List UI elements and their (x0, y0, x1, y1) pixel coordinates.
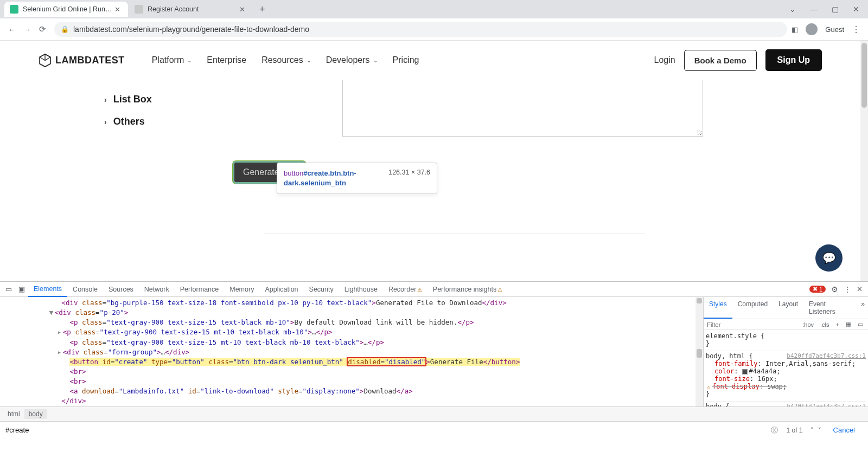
tab-title: Selenium Grid Online | Run Selen (23, 5, 112, 13)
tab-styles[interactable]: Styles (704, 297, 732, 319)
close-window-icon[interactable]: ✕ (853, 5, 859, 14)
tab-console[interactable]: Console (67, 282, 103, 296)
hov-toggle[interactable]: :hov (801, 321, 815, 328)
devtools-search-bar: ⓧ 1 of 1 ˄ ˅ Cancel (0, 421, 868, 438)
highlighted-attribute: disabled="disabled" (347, 358, 426, 366)
new-rule-icon[interactable]: + (834, 321, 841, 328)
device-toggle-icon[interactable]: ▣ (15, 285, 28, 293)
tab-lighthouse[interactable]: Lighthouse (339, 282, 383, 296)
css-source-link[interactable]: b420ffd7aef4c3b7.css:1 (787, 352, 866, 359)
resize-handle-icon[interactable] (697, 131, 701, 135)
signup-button[interactable]: Sign Up (765, 49, 822, 71)
chevron-right-icon: › (104, 95, 107, 104)
address-bar: ← → ⟳ 🔒 lambdatest.com/selenium-playgrou… (0, 18, 868, 41)
menu-icon[interactable]: ⋮ (852, 24, 860, 35)
tab-application[interactable]: Application (259, 282, 303, 296)
chat-icon: 💬 (822, 251, 836, 264)
page-scrollbar[interactable] (860, 41, 868, 281)
search-prev-icon[interactable]: ˄ (808, 427, 816, 434)
crumb-body[interactable]: body (24, 409, 47, 419)
more-menu-icon[interactable]: ⋮ (844, 285, 851, 294)
tooltip-tagname: button (284, 169, 303, 177)
tab-performance[interactable]: Performance (175, 282, 225, 296)
search-next-icon[interactable]: ˅ (816, 427, 824, 434)
color-swatch-icon[interactable] (742, 369, 748, 374)
inspect-element-icon[interactable]: ▭ (2, 285, 15, 293)
textarea-input[interactable] (342, 80, 703, 137)
element-inspect-tooltip: button#create.btn.btn-dark.selenium_btn … (277, 163, 437, 194)
nav-platform[interactable]: Platform⌄ (152, 55, 192, 65)
cls-toggle[interactable]: .cls (819, 321, 831, 328)
url-input[interactable]: 🔒 lambdatest.com/selenium-playground/gen… (54, 22, 787, 37)
tab-perf-insights[interactable]: Performance insights ⚠ (427, 282, 508, 296)
profile-label: Guest (825, 25, 844, 34)
tabs-overflow-icon[interactable]: » (858, 297, 868, 319)
tab-sources[interactable]: Sources (103, 282, 139, 296)
tabs-dropdown-icon[interactable]: ⌄ (789, 5, 796, 14)
styles-tabs: Styles Computed Layout Event Listeners » (704, 297, 868, 319)
nav-developers[interactable]: Developers⌄ (326, 55, 378, 65)
book-demo-button[interactable]: Book a Demo (684, 50, 757, 71)
minimize-icon[interactable]: — (810, 5, 818, 14)
sidebar-item-others[interactable]: › Others (39, 111, 224, 133)
logo-icon (39, 54, 51, 67)
styles-filter-bar: :hov .cls + ▦ ▭ (704, 319, 868, 330)
tab-close-icon[interactable]: ✕ (112, 5, 123, 14)
nav-pricing[interactable]: Pricing (393, 55, 419, 65)
rendering-icon[interactable]: ▭ (856, 321, 865, 328)
devtools-tabs: ▭ ▣ Elements Console Sources Network Per… (0, 282, 868, 297)
tab-layout[interactable]: Layout (773, 297, 803, 319)
tab-security[interactable]: Security (304, 282, 339, 296)
chevron-down-icon: ⌄ (187, 57, 192, 63)
side-panel-icon[interactable]: ◧ (792, 25, 798, 34)
devtools-search-input[interactable] (3, 424, 768, 436)
tab-event-listeners[interactable]: Event Listeners (803, 297, 858, 319)
browser-tab[interactable]: Register Account ✕ (129, 2, 253, 17)
dom-scrollbar[interactable] (695, 297, 703, 406)
toolbar-right: ◧ Guest ⋮ (792, 23, 864, 35)
browser-tab-active[interactable]: Selenium Grid Online | Run Selen ✕ (4, 2, 128, 17)
reload-button[interactable]: ⟳ (35, 24, 50, 34)
styles-filter-input[interactable] (707, 321, 797, 328)
nav-resources[interactable]: Resources⌄ (261, 55, 310, 65)
error-count-badge[interactable]: ✖ 1 (809, 286, 826, 293)
maximize-icon[interactable]: ▢ (832, 5, 839, 14)
sidebar-label: Others (113, 116, 145, 127)
settings-icon[interactable]: ⚙ (831, 285, 838, 294)
computed-toggle-icon[interactable]: ▦ (844, 321, 853, 328)
tab-recorder[interactable]: Recorder ⚠ (383, 282, 427, 296)
back-button[interactable]: ← (4, 25, 20, 34)
tab-network[interactable]: Network (139, 282, 175, 296)
chevron-right-icon: › (104, 118, 107, 126)
tab-title: Register Account (148, 5, 237, 13)
url-text: lambdatest.com/selenium-playground/gener… (73, 25, 309, 34)
tab-memory[interactable]: Memory (224, 282, 259, 296)
tab-computed[interactable]: Computed (732, 297, 773, 319)
favicon-icon (135, 5, 143, 14)
lock-icon: 🔒 (61, 25, 69, 33)
dom-breadcrumb[interactable]: html body (0, 406, 868, 421)
login-link[interactable]: Login (654, 55, 675, 65)
clear-search-icon[interactable]: ⓧ (768, 425, 781, 435)
page-viewport: LAMBDATEST Platform⌄ Enterprise Resource… (0, 41, 868, 281)
tooltip-dimensions: 126.31 × 37.6 (388, 169, 430, 176)
nav-enterprise[interactable]: Enterprise (207, 55, 246, 65)
dom-tree[interactable]: <div class="bg-purple-150 text-size-18 f… (0, 297, 703, 406)
profile-avatar-icon[interactable] (806, 23, 818, 35)
preview-badge-icon: ⚠ (417, 287, 422, 293)
crumb-html[interactable]: html (3, 409, 24, 419)
primary-nav: Platform⌄ Enterprise Resources⌄ Develope… (152, 55, 419, 65)
tab-elements[interactable]: Elements (28, 282, 67, 297)
sidebar-item-listbox[interactable]: › List Box (39, 88, 224, 111)
search-cancel-button[interactable]: Cancel (824, 426, 865, 434)
chevron-down-icon: ⌄ (373, 57, 378, 63)
tab-close-icon[interactable]: ✕ (237, 5, 247, 14)
dom-selected-node[interactable]: <button id="create" type="button" class=… (69, 358, 520, 366)
new-tab-button[interactable]: + (254, 4, 271, 15)
site-logo[interactable]: LAMBDATEST (39, 54, 125, 67)
css-selector: element.style { (706, 332, 764, 340)
chat-fab-button[interactable]: 💬 (815, 244, 843, 272)
logo-text: LAMBDATEST (55, 55, 125, 66)
sidebar-label: List Box (113, 94, 152, 105)
close-devtools-icon[interactable]: ✕ (857, 285, 863, 293)
